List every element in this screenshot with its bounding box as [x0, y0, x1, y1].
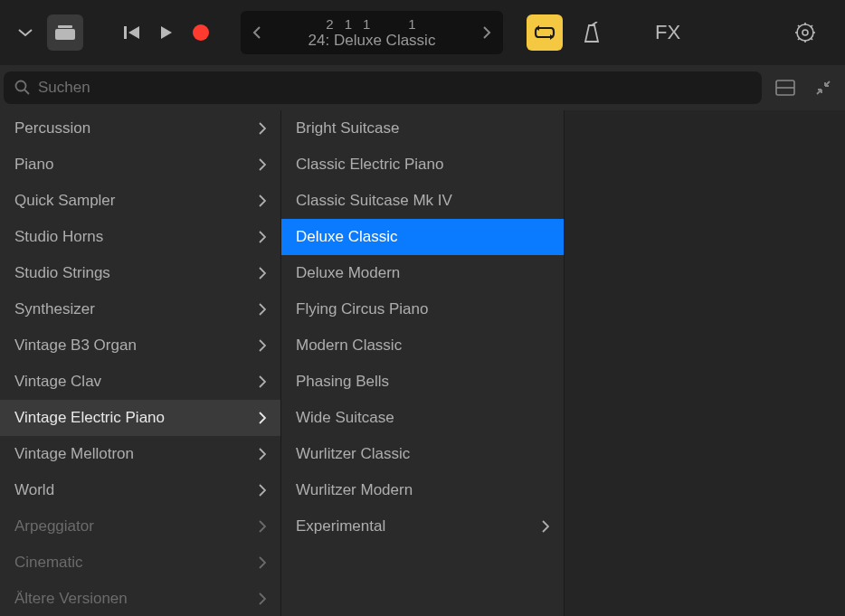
chevron-right-icon	[259, 556, 266, 569]
category-label: Vintage Electric Piano	[14, 409, 165, 427]
search-row	[0, 65, 845, 110]
chevron-right-icon	[259, 267, 266, 280]
category-item[interactable]: World	[0, 472, 280, 508]
chevron-right-icon	[259, 158, 266, 171]
preset-next-button[interactable]	[476, 11, 498, 54]
rewind-button[interactable]	[123, 24, 141, 41]
preset-item[interactable]: Flying Circus Piano	[281, 291, 564, 327]
category-label: Ältere Versionen	[14, 590, 128, 608]
chevron-right-icon	[259, 231, 266, 243]
display-preset-name: 24: Deluxe Classic	[309, 32, 436, 50]
settings-button[interactable]	[787, 14, 823, 51]
preset-label: Bright Suitcase	[296, 119, 399, 137]
category-item[interactable]: Piano	[0, 147, 280, 183]
category-item[interactable]: Arpeggiator	[0, 508, 280, 545]
collapse-button[interactable]	[809, 73, 838, 102]
svg-rect-1	[58, 25, 72, 28]
preset-item[interactable]: Modern Classic	[281, 327, 564, 364]
svg-rect-2	[124, 26, 127, 39]
preset-item[interactable]: Wurlitzer Classic	[281, 436, 564, 472]
category-label: Percussion	[14, 119, 90, 137]
category-label: Synthesizer	[14, 300, 95, 318]
chevron-right-icon	[259, 339, 266, 352]
category-label: Vintage Clav	[14, 373, 101, 391]
svg-line-13	[798, 38, 800, 40]
category-item[interactable]: Quick Sampler	[0, 183, 280, 219]
record-button[interactable]	[192, 24, 210, 42]
dropdown-button[interactable]	[7, 14, 43, 51]
loop-button[interactable]	[527, 14, 563, 51]
category-item[interactable]: Cinematic	[0, 545, 280, 581]
category-item[interactable]: Vintage B3 Organ	[0, 327, 280, 364]
chevron-right-icon	[259, 484, 266, 497]
search-icon	[14, 80, 31, 96]
chevron-right-icon	[259, 412, 266, 424]
svg-line-12	[811, 38, 812, 40]
preset-item[interactable]: Classic Suitcase Mk IV	[281, 183, 564, 219]
preset-label: Experimental	[296, 517, 385, 535]
preset-item[interactable]: Experimental	[281, 508, 564, 545]
chevron-right-icon	[259, 194, 266, 207]
category-label: Vintage B3 Organ	[14, 336, 137, 355]
category-label: Quick Sampler	[14, 192, 115, 210]
panel-icon	[775, 80, 795, 96]
preset-item[interactable]: Deluxe Modern	[281, 255, 564, 291]
chevron-right-icon	[542, 520, 549, 533]
category-item[interactable]: Percussion	[0, 110, 280, 147]
preset-label: Flying Circus Piano	[296, 300, 428, 318]
preset-item[interactable]: Wide Suitcase	[281, 400, 564, 436]
metronome-icon	[582, 22, 602, 43]
preset-label: Classic Electric Piano	[296, 156, 443, 174]
chevron-right-icon	[259, 375, 266, 388]
svg-rect-0	[55, 29, 75, 40]
chevron-right-icon	[259, 592, 266, 605]
search-input[interactable]	[38, 79, 751, 97]
preset-label: Modern Classic	[296, 336, 402, 355]
category-column: PercussionPianoQuick SamplerStudio Horns…	[0, 110, 280, 616]
category-item[interactable]: Vintage Electric Piano	[0, 400, 280, 436]
loop-icon	[534, 24, 555, 41]
view-mode-button[interactable]	[771, 73, 800, 102]
preset-item[interactable]: Deluxe Classic	[281, 219, 564, 255]
play-button[interactable]	[159, 24, 174, 41]
svg-point-3	[193, 24, 209, 41]
svg-line-11	[798, 25, 800, 27]
chevron-right-icon	[259, 303, 266, 316]
preset-item[interactable]: Phasing Bells	[281, 364, 564, 400]
preset-item[interactable]: Bright Suitcase	[281, 110, 564, 147]
category-item[interactable]: Studio Horns	[0, 219, 280, 255]
detail-column	[564, 110, 845, 616]
browser-columns: PercussionPianoQuick SamplerStudio Horns…	[0, 110, 845, 616]
category-label: Arpeggiator	[14, 517, 94, 535]
collapse-icon	[814, 79, 832, 97]
category-item[interactable]: Vintage Clav	[0, 364, 280, 400]
preset-label: Wurlitzer Modern	[296, 481, 413, 499]
preset-prev-button[interactable]	[246, 11, 268, 54]
display-panel: 2 1 1 1 24: Deluxe Classic	[241, 11, 503, 54]
preset-column: Bright SuitcaseClassic Electric PianoCla…	[280, 110, 564, 616]
preset-label: Classic Suitcase Mk IV	[296, 192, 452, 210]
category-item[interactable]: Vintage Mellotron	[0, 436, 280, 472]
category-label: Cinematic	[14, 554, 83, 572]
category-item[interactable]: Studio Strings	[0, 255, 280, 291]
preset-item[interactable]: Wurlitzer Modern	[281, 472, 564, 508]
svg-point-15	[16, 81, 26, 91]
category-label: Studio Strings	[14, 264, 110, 282]
category-label: Piano	[14, 156, 53, 174]
fx-button[interactable]: FX	[650, 14, 686, 51]
preset-label: Wurlitzer Classic	[296, 445, 410, 463]
preset-label: Deluxe Classic	[296, 228, 397, 246]
preset-label: Wide Suitcase	[296, 409, 394, 427]
category-label: Vintage Mellotron	[14, 445, 134, 463]
preset-item[interactable]: Classic Electric Piano	[281, 147, 564, 183]
category-item[interactable]: Ältere Versionen	[0, 581, 280, 616]
chevron-right-icon	[259, 520, 266, 533]
category-label: Studio Horns	[14, 228, 103, 246]
library-button[interactable]	[47, 14, 83, 51]
metronome-button[interactable]	[574, 14, 610, 51]
svg-line-14	[811, 25, 812, 27]
category-item[interactable]: Synthesizer	[0, 291, 280, 327]
svg-point-6	[802, 30, 808, 35]
display-counter: 2 1 1 1	[326, 16, 417, 32]
category-label: World	[14, 481, 54, 499]
